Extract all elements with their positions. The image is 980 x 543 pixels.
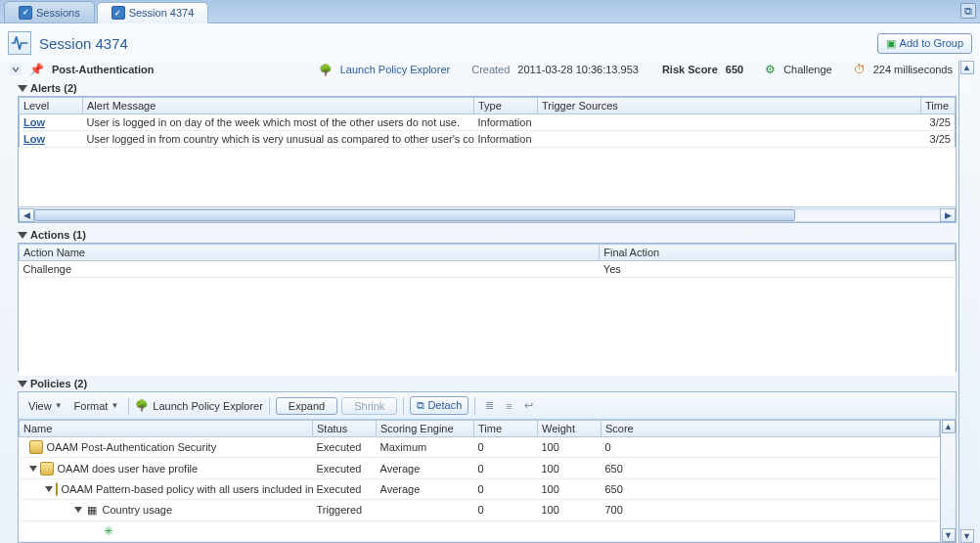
alert-level-link[interactable]: Low bbox=[23, 116, 45, 128]
col-level[interactable]: Level bbox=[20, 98, 83, 114]
col-name[interactable]: Name bbox=[20, 421, 313, 437]
page-title: Session 4374 bbox=[39, 35, 128, 52]
tree-expand-toggle[interactable] bbox=[74, 507, 82, 513]
col-final-action[interactable]: Final Action bbox=[600, 245, 956, 261]
rule-action: Challenge bbox=[783, 64, 832, 75]
actions-table: Action Name Final Action Challenge Yes bbox=[19, 244, 956, 376]
policies-toggle[interactable] bbox=[18, 381, 27, 387]
group-icon: ▣ bbox=[886, 37, 896, 50]
created-label: Created bbox=[471, 64, 510, 75]
alert-level-link[interactable]: Low bbox=[23, 133, 45, 145]
clock-icon: ⏱ bbox=[854, 63, 866, 76]
add-to-group-button[interactable]: ▣ Add to Group bbox=[877, 33, 972, 54]
folder-icon bbox=[40, 462, 54, 475]
stage-label: Post-Authentication bbox=[52, 64, 155, 75]
col-score[interactable]: Score bbox=[601, 421, 940, 437]
add-to-group-label: Add to Group bbox=[900, 37, 963, 49]
tab-sessions-label: Sessions bbox=[36, 7, 80, 19]
col-status[interactable]: Status bbox=[313, 421, 377, 437]
detach-icon: ⧉ bbox=[417, 399, 424, 411]
hscroll-thumb[interactable] bbox=[34, 209, 795, 221]
risk-score-value: 650 bbox=[726, 64, 743, 75]
created-value: 2011-03-28 10:36:13.953 bbox=[517, 64, 639, 75]
gear-icon: ⚙ bbox=[765, 63, 776, 76]
align-center-button[interactable]: ≡ bbox=[502, 398, 515, 414]
table-row[interactable]: Challenge Yes bbox=[20, 261, 956, 278]
policies-section: Policies (2) View▼ Format▼ 🌳 bbox=[18, 376, 957, 543]
alerts-table: Level Alert Message Type Trigger Sources… bbox=[19, 97, 956, 148]
table-row[interactable]: OAAM Post-Authentication Security Execut… bbox=[20, 437, 940, 458]
tab-session-detail-label: Session 4374 bbox=[129, 7, 195, 19]
col-type[interactable]: Type bbox=[474, 98, 538, 114]
table-row[interactable]: ✳ bbox=[20, 520, 940, 541]
vscroll-up[interactable]: ▲ bbox=[942, 420, 956, 433]
policies-toolbar: View▼ Format▼ 🌳 Launch Policy Explorer E… bbox=[19, 392, 956, 420]
shrink-button: Shrink bbox=[341, 397, 397, 415]
tree-expand-toggle[interactable] bbox=[29, 466, 37, 472]
align-left-button[interactable]: ≣ bbox=[481, 397, 498, 414]
launch-policy-explorer-link-2[interactable]: Launch Policy Explorer bbox=[153, 400, 263, 412]
table-row[interactable]: Low User logged in from country which is… bbox=[20, 131, 956, 148]
session-pulse-icon bbox=[8, 31, 31, 55]
policy-link[interactable]: OAAM does user have profile bbox=[58, 463, 199, 475]
hscroll-left[interactable]: ◀ bbox=[19, 208, 34, 222]
alerts-toggle[interactable] bbox=[18, 85, 27, 92]
folder-icon bbox=[56, 482, 58, 496]
col-engine[interactable]: Scoring Engine bbox=[377, 421, 474, 437]
gear-icon: ✳ bbox=[104, 524, 113, 538]
hscrollbar[interactable]: ◀ ▶ bbox=[19, 206, 956, 222]
tree-icon: 🌳 bbox=[319, 64, 333, 76]
tab-sessions[interactable]: ✓ Sessions bbox=[4, 1, 95, 23]
col-alert-message[interactable]: Alert Message bbox=[83, 98, 474, 114]
sessions-icon: ✓ bbox=[19, 6, 32, 20]
tree-icon: 🌳 bbox=[135, 399, 149, 412]
vscrollbar[interactable]: ▲ ▼ bbox=[940, 420, 956, 542]
table-row[interactable]: OAAM Pattern-based policy with all users… bbox=[20, 478, 940, 499]
policies-title: Policies (2) bbox=[30, 378, 87, 389]
tab-bar: ✓ Sessions ✓ Session 4374 ⧉ bbox=[0, 0, 980, 23]
vscroll-down[interactable]: ▼ bbox=[942, 528, 956, 542]
hscroll-track[interactable] bbox=[34, 208, 940, 222]
col-trigger-sources[interactable]: Trigger Sources bbox=[538, 98, 921, 114]
alerts-title: Alerts (2) bbox=[30, 82, 77, 94]
actions-toggle[interactable] bbox=[18, 232, 27, 239]
actions-title: Actions (1) bbox=[30, 229, 86, 241]
title-row: Session 4374 ▣ Add to Group bbox=[6, 29, 974, 61]
col-time[interactable]: Time bbox=[921, 98, 956, 114]
tab-session-detail[interactable]: ✓ Session 4374 bbox=[97, 2, 209, 23]
session-icon: ✓ bbox=[111, 6, 125, 20]
col-policy-time[interactable]: Time bbox=[474, 421, 538, 437]
risk-score-label: Risk Score bbox=[662, 64, 718, 75]
detach-button[interactable]: ⧉ Detach bbox=[410, 396, 468, 415]
leaf-icon: ▦ bbox=[85, 503, 99, 517]
folder-icon bbox=[29, 440, 43, 454]
page-vscrollbar[interactable]: ▲ ▼ bbox=[958, 61, 974, 543]
policy-link[interactable]: Country usage bbox=[103, 504, 173, 516]
page-vscroll-up[interactable]: ▲ bbox=[960, 61, 974, 74]
policy-link[interactable]: OAAM Pattern-based policy with all users… bbox=[62, 483, 313, 495]
expand-button[interactable]: Expand bbox=[276, 397, 337, 415]
duration: 224 milliseconds bbox=[873, 64, 953, 75]
tab-close-button[interactable]: ⧉ bbox=[960, 3, 976, 19]
col-weight[interactable]: Weight bbox=[538, 421, 601, 437]
format-menu[interactable]: Format▼ bbox=[70, 398, 123, 414]
policy-link[interactable]: OAAM Post-Authentication Security bbox=[47, 441, 217, 453]
table-row[interactable]: Low User is logged in on day of the week… bbox=[20, 114, 956, 131]
tree-expand-toggle[interactable] bbox=[45, 486, 53, 492]
collapse-button[interactable] bbox=[10, 64, 22, 75]
pin-icon: 📌 bbox=[29, 63, 44, 76]
alerts-section: Alerts (2) Level Alert Message Type bbox=[18, 80, 957, 223]
policies-table: Name Status Scoring Engine Time Weight S… bbox=[19, 420, 940, 542]
hscroll-right[interactable]: ▶ bbox=[940, 208, 956, 222]
table-row[interactable]: ▦Country usage Triggered 0 100 700 bbox=[20, 500, 940, 520]
info-bar: 📌 Post-Authentication 🌳 Launch Policy Ex… bbox=[6, 61, 957, 80]
page-vscroll-down[interactable]: ▼ bbox=[960, 529, 974, 543]
wrap-button[interactable]: ↩ bbox=[520, 397, 537, 414]
col-action-name[interactable]: Action Name bbox=[20, 245, 600, 261]
table-row[interactable]: OAAM does user have profile Executed Ave… bbox=[20, 458, 940, 478]
actions-section: Actions (1) Action Name Final Action bbox=[18, 227, 957, 372]
launch-policy-explorer-link[interactable]: Launch Policy Explorer bbox=[340, 64, 451, 75]
view-menu[interactable]: View▼ bbox=[24, 398, 67, 414]
